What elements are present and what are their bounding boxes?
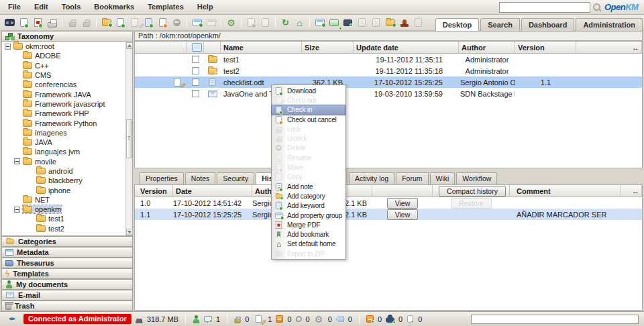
add-subscription-icon[interactable]: [244, 16, 258, 29]
tree-item[interactable]: Framework PHP: [2, 109, 132, 118]
uploader-icon[interactable]: [341, 16, 355, 29]
tree-item-selected[interactable]: openkm: [2, 205, 132, 214]
menu-templates[interactable]: Templates: [141, 0, 191, 14]
menu-item-merge-pdf[interactable]: Merge PDF: [272, 220, 345, 229]
start-workflow-icon[interactable]: [224, 16, 238, 29]
panel-email[interactable]: E-mail: [1, 290, 133, 301]
panel-thesaurus[interactable]: Thesaurus: [1, 258, 133, 268]
menu-item-copy[interactable]: Copy: [272, 172, 345, 182]
add-document-icon[interactable]: [113, 16, 127, 29]
find-icon[interactable]: [3, 16, 17, 29]
column-view[interactable]: [372, 185, 433, 197]
quick-search-input[interactable]: [499, 2, 590, 13]
menu-item-delete[interactable]: Delete: [272, 144, 345, 153]
cancel-checkout-icon[interactable]: [156, 16, 170, 29]
tab-security[interactable]: Security: [217, 172, 254, 184]
menu-file[interactable]: File: [1, 0, 28, 14]
tree-item[interactable]: JAVA: [2, 138, 132, 147]
column-resize-icon[interactable]: [621, 185, 642, 197]
history-row-selected[interactable]: 1.1 17-10-2012 15:25:25 Sergio Antonio 3…: [135, 209, 642, 220]
scroll-up-icon[interactable]: [126, 42, 133, 49]
column-select[interactable]: [187, 42, 204, 54]
menu-item-check-out-cancel[interactable]: Check out cancel: [272, 115, 345, 124]
checkout-icon[interactable]: [253, 313, 264, 325]
menu-item-add-category[interactable]: Add category: [272, 191, 345, 201]
menu-edit[interactable]: Edit: [28, 0, 55, 14]
column-name[interactable]: Name: [221, 42, 302, 54]
menu-item-add-bookmark[interactable]: Add bookmark: [272, 229, 345, 239]
row-checkbox[interactable]: [192, 78, 199, 86]
tree-scrollbar[interactable]: [125, 42, 132, 235]
row-checkbox[interactable]: [192, 56, 199, 63]
file-row[interactable]: test2 19-11-2012 11:35:18 Administrator: [135, 65, 642, 76]
row-checkbox[interactable]: [192, 90, 199, 97]
collapse-icon[interactable]: [14, 158, 20, 164]
tree-item[interactable]: movile: [2, 157, 132, 166]
tab-workflow[interactable]: Workflow: [456, 172, 497, 184]
menu-item-move[interactable]: Move: [272, 162, 345, 172]
tab-notes[interactable]: Notes: [185, 172, 215, 184]
tree-item[interactable]: iphone: [2, 185, 132, 195]
check-in-icon[interactable]: [142, 16, 156, 29]
chat-icon[interactable]: [204, 316, 212, 322]
attachment-icon[interactable]: [296, 316, 302, 322]
select-all-icon[interactable]: [192, 43, 202, 52]
delete-icon[interactable]: [170, 16, 184, 29]
history-row[interactable]: 1.0 17-10-2012 14:51:42 Sergio Antonio 3…: [135, 197, 642, 209]
column-type[interactable]: [204, 42, 221, 54]
tree-item[interactable]: imagenes: [2, 128, 132, 138]
menu-item-add-keyword[interactable]: Add keyword: [272, 201, 345, 211]
scroll-down-icon[interactable]: [126, 229, 133, 235]
panel-my-documents[interactable]: My documents: [1, 279, 133, 290]
menu-item-set-default-home[interactable]: Set default home: [272, 239, 345, 249]
tab-desktop[interactable]: Desktop: [435, 18, 479, 31]
horizontal-split-icon[interactable]: [313, 16, 327, 29]
compact-history-button[interactable]: Compact history: [439, 186, 506, 197]
menu-item-lock[interactable]: Lock: [272, 124, 345, 133]
news-icon[interactable]: [407, 315, 413, 322]
column-author[interactable]: Author: [459, 42, 515, 54]
menu-item-check-in[interactable]: Check in: [272, 105, 345, 115]
status-input[interactable]: [471, 315, 639, 324]
tab-forum[interactable]: Forum: [396, 172, 428, 184]
remove-subscription-icon[interactable]: [258, 16, 272, 29]
remove-property-group-icon[interactable]: [204, 16, 218, 29]
menu-item-rename[interactable]: Rename: [272, 153, 345, 162]
lock-icon[interactable]: [65, 16, 79, 29]
tree-item[interactable]: conferencias: [2, 80, 132, 89]
row-checkbox[interactable]: [192, 67, 199, 74]
tree-item[interactable]: Framework JAVA: [2, 89, 132, 99]
view-button[interactable]: View: [387, 198, 419, 209]
panel-metadata[interactable]: Metadata: [1, 247, 133, 258]
menu-bookmarks[interactable]: Bookmarks: [87, 0, 141, 14]
tab-administration[interactable]: Administration: [576, 18, 643, 31]
download-document-icon[interactable]: [17, 16, 31, 29]
panel-trash[interactable]: Trash: [1, 301, 133, 311]
column-size[interactable]: Size: [302, 42, 354, 54]
tree-item[interactable]: NET: [2, 195, 132, 205]
tab-dashboard[interactable]: Dashboard: [521, 18, 574, 31]
menu-tools[interactable]: Tools: [55, 0, 88, 14]
workflow-icon[interactable]: [314, 313, 324, 325]
scanner-icon[interactable]: [327, 16, 341, 29]
column-version[interactable]: Version: [135, 185, 173, 197]
panel-taxonomy[interactable]: Taxonomy: [1, 31, 133, 42]
tree-item[interactable]: C++: [2, 61, 132, 70]
menu-item-export-to-zip[interactable]: Export to ZIP: [272, 249, 345, 258]
tree-item[interactable]: okm:root: [2, 42, 132, 51]
create-folder-icon[interactable]: [99, 16, 113, 29]
column-resize-icon[interactable]: [576, 42, 642, 54]
view-button[interactable]: View: [387, 209, 419, 220]
refresh-icon[interactable]: [278, 16, 292, 29]
panel-templates[interactable]: ϟTemplates: [1, 268, 133, 279]
tree-item[interactable]: CMS: [2, 70, 132, 80]
tree-item[interactable]: ADOBE: [2, 51, 132, 60]
menu-item-check-out[interactable]: Check out: [272, 95, 345, 105]
tab-properties[interactable]: Properties: [140, 172, 184, 184]
restore-button[interactable]: Restore: [451, 198, 492, 209]
menu-help[interactable]: Help: [191, 0, 220, 14]
tree-item[interactable]: test1: [2, 214, 132, 223]
tree-item[interactable]: languajes jvm: [2, 147, 132, 156]
export-document-icon[interactable]: [355, 16, 369, 29]
lock-icon[interactable]: [235, 319, 241, 323]
